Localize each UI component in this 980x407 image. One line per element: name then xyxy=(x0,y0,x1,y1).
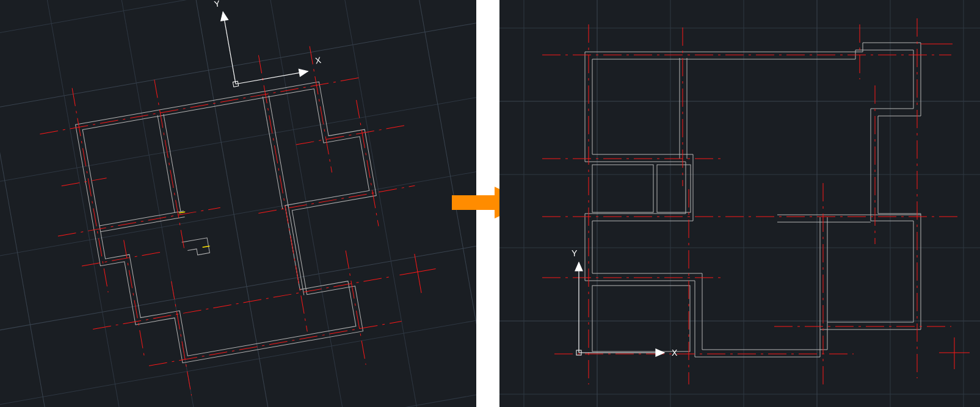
ucs-y-label-left: Y xyxy=(213,0,221,9)
svg-line-11 xyxy=(103,0,220,407)
comparison-view: X Y xyxy=(0,0,980,407)
svg-line-12 xyxy=(176,0,292,407)
svg-line-31 xyxy=(149,321,402,366)
svg-line-21 xyxy=(269,96,288,208)
svg-line-39 xyxy=(357,100,379,226)
drawing-canvas-left[interactable]: X Y xyxy=(0,0,476,407)
ucs-y-label-right: Y xyxy=(572,248,578,258)
svg-line-40 xyxy=(124,240,145,360)
svg-line-23 xyxy=(288,205,304,295)
svg-marker-47 xyxy=(219,12,228,21)
svg-line-24 xyxy=(179,212,185,213)
svg-line-7 xyxy=(0,365,476,407)
drawing-canvas-right[interactable]: X Y xyxy=(499,0,980,407)
svg-line-37 xyxy=(310,46,332,173)
svg-rect-66 xyxy=(592,286,690,351)
svg-line-19 xyxy=(100,211,184,226)
svg-line-34 xyxy=(72,88,108,292)
svg-line-36 xyxy=(258,56,307,332)
yellow-marks-left xyxy=(179,209,209,250)
cad-viewport-before[interactable]: X Y xyxy=(0,0,476,407)
ucs-icon-right: X Y xyxy=(572,248,678,358)
ucs-icon-left: X Y xyxy=(213,0,323,89)
svg-line-20 xyxy=(101,217,185,232)
svg-line-2 xyxy=(0,4,476,131)
svg-line-26 xyxy=(40,78,358,134)
svg-line-29 xyxy=(82,252,160,266)
cad-viewport-after[interactable]: X Y xyxy=(499,0,980,407)
divider xyxy=(476,0,499,407)
svg-line-27 xyxy=(58,207,220,236)
svg-line-32 xyxy=(62,178,107,186)
svg-line-4 xyxy=(0,149,476,276)
svg-line-8 xyxy=(0,0,4,407)
svg-rect-64 xyxy=(592,165,653,212)
svg-line-14 xyxy=(320,0,437,407)
svg-line-28 xyxy=(258,185,415,213)
floorplan-walls-right xyxy=(585,43,921,357)
ucs-x-label-left: X xyxy=(314,55,322,65)
svg-line-22 xyxy=(263,96,282,209)
centerlines-left xyxy=(33,31,450,407)
svg-marker-90 xyxy=(575,262,583,271)
svg-line-46 xyxy=(223,12,236,84)
svg-line-43 xyxy=(415,254,421,293)
svg-line-9 xyxy=(0,0,76,407)
grid-right xyxy=(499,0,980,407)
svg-line-1 xyxy=(0,0,476,60)
svg-line-6 xyxy=(0,293,476,407)
grid-left xyxy=(0,0,476,407)
svg-marker-88 xyxy=(656,349,664,356)
svg-line-13 xyxy=(248,0,365,407)
svg-line-35 xyxy=(154,80,184,248)
svg-line-44 xyxy=(236,71,308,84)
svg-line-38 xyxy=(346,251,366,365)
ucs-x-label-right: X xyxy=(672,348,678,358)
svg-line-33 xyxy=(296,126,404,145)
svg-marker-45 xyxy=(299,68,308,76)
